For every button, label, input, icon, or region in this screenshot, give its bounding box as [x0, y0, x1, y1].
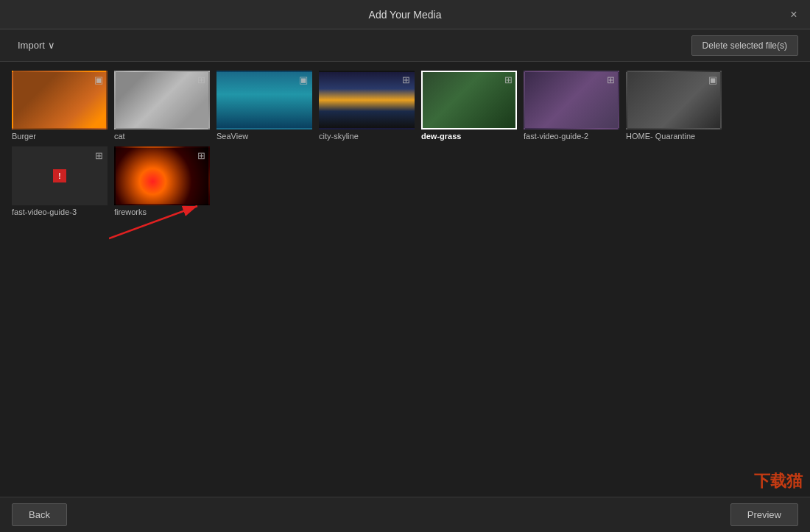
video-marker: ! — [53, 169, 66, 182]
media-label-city-skyline: city-skyline — [319, 132, 415, 141]
import-button[interactable]: Import ∨ — [12, 37, 61, 54]
media-grid-area: ▣Burger⊞cat▣SeaView⊞city-skyline⊞dew-gra… — [0, 62, 810, 497]
image-icon: ⊞ — [197, 150, 205, 161]
delete-selected-button[interactable]: Delete selected file(s) — [691, 35, 798, 56]
image-icon: ⊞ — [95, 150, 103, 161]
import-label: Import — [18, 40, 45, 51]
media-item-burger[interactable]: ▣Burger — [12, 71, 111, 141]
thumbnail-fast-video-guide-2: ⊞ — [524, 71, 619, 130]
thumbnail-burger: ▣ — [12, 71, 108, 130]
media-label-home-quarantine: HOME- Quarantine — [626, 132, 722, 141]
thumbnail-fireworks: ⊞ — [114, 146, 210, 205]
media-item-home-quarantine[interactable]: ▣HOME- Quarantine — [626, 71, 725, 141]
media-label-seaview: SeaView — [216, 132, 312, 141]
image-icon: ⊞ — [504, 74, 513, 85]
image-icon: ⊞ — [607, 74, 615, 85]
media-item-cat[interactable]: ⊞cat — [114, 71, 214, 141]
bottom-bar: Back Preview — [0, 497, 810, 532]
media-item-fast-video-guide-3[interactable]: !⊞fast-video-guide-3 — [12, 146, 111, 216]
media-item-fireworks[interactable]: ⊞fireworks — [114, 146, 214, 216]
media-label-cat: cat — [114, 132, 210, 141]
media-item-seaview[interactable]: ▣SeaView — [216, 71, 316, 141]
media-label-burger: Burger — [12, 132, 108, 141]
media-label-fast-video-guide-2: fast-video-guide-2 — [524, 132, 619, 141]
thumbnail-city-skyline: ⊞ — [319, 71, 415, 130]
media-grid: ▣Burger⊞cat▣SeaView⊞city-skyline⊞dew-gra… — [12, 71, 798, 222]
media-label-fireworks: fireworks — [114, 208, 210, 216]
media-item-city-skyline[interactable]: ⊞city-skyline — [319, 71, 418, 141]
thumbnail-fast-video-guide-3: !⊞ — [12, 146, 108, 205]
media-item-dew-grass[interactable]: ⊞dew-grass — [421, 71, 521, 141]
media-label-fast-video-guide-3: fast-video-guide-3 — [12, 208, 108, 216]
thumbnail-seaview: ▣ — [216, 71, 312, 130]
title-bar: Add Your Media × — [0, 0, 810, 29]
thumbnail-dew-grass: ⊞ — [421, 71, 517, 130]
close-button[interactable]: × — [786, 7, 801, 22]
image-icon: ⊞ — [197, 74, 205, 85]
media-item-fast-video-guide-2[interactable]: ⊞fast-video-guide-2 — [524, 71, 623, 141]
film-icon: ▣ — [94, 74, 103, 85]
thumbnail-cat: ⊞ — [114, 71, 210, 130]
preview-button[interactable]: Preview — [730, 503, 798, 526]
media-label-dew-grass: dew-grass — [421, 132, 517, 141]
image-icon: ⊞ — [402, 74, 410, 85]
film-icon: ▣ — [708, 74, 717, 85]
thumbnail-home-quarantine: ▣ — [626, 71, 722, 130]
back-button[interactable]: Back — [12, 503, 67, 526]
dialog-title: Add Your Media — [369, 9, 442, 21]
import-chevron-icon: ∨ — [48, 40, 55, 51]
toolbar: Import ∨ Delete selected file(s) — [0, 29, 810, 62]
film-icon: ▣ — [299, 74, 308, 85]
